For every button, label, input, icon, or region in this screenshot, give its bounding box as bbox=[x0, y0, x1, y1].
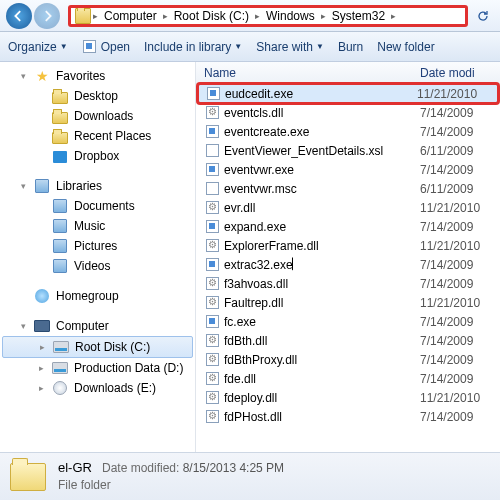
file-row[interactable]: expand.exe7/14/2009 bbox=[196, 217, 500, 236]
new-folder-button[interactable]: New folder bbox=[377, 40, 434, 54]
tree-homegroup[interactable]: Homegroup bbox=[0, 286, 195, 306]
drive-icon bbox=[52, 360, 68, 376]
breadcrumb-segment[interactable]: Root Disk (C:) bbox=[170, 8, 253, 24]
disc-icon bbox=[52, 380, 68, 396]
col-date[interactable]: Date modi bbox=[420, 66, 500, 80]
status-dm: 8/15/2013 4:25 PM bbox=[183, 461, 284, 475]
tree-item[interactable]: ▸Production Data (D:) bbox=[0, 358, 195, 378]
burn-button[interactable]: Burn bbox=[338, 40, 363, 54]
library-icon bbox=[52, 238, 68, 254]
tree-computer[interactable]: ▾Computer bbox=[0, 316, 195, 336]
tree-item-label: Downloads bbox=[74, 109, 133, 123]
file-date: 11/21/2010 bbox=[420, 296, 500, 310]
file-row[interactable]: extrac32.exe7/14/2009 bbox=[196, 255, 500, 274]
exe-icon bbox=[204, 124, 220, 140]
breadcrumb-segment[interactable]: Windows bbox=[262, 8, 319, 24]
file-row[interactable]: ExplorerFrame.dll11/21/2010 bbox=[196, 236, 500, 255]
organize-menu[interactable]: Organize ▼ bbox=[8, 40, 68, 54]
nav-tree: ▾★Favorites DesktopDownloadsRecent Place… bbox=[0, 62, 196, 452]
folder-icon bbox=[75, 8, 91, 24]
expand-icon[interactable]: ▸ bbox=[36, 383, 46, 393]
file-row[interactable]: fdeploy.dll11/21/2010 bbox=[196, 388, 500, 407]
homegroup-icon bbox=[34, 288, 50, 304]
breadcrumb-segment[interactable]: Computer bbox=[100, 8, 161, 24]
file-row[interactable]: fc.exe7/14/2009 bbox=[196, 312, 500, 331]
file-name: fde.dll bbox=[224, 372, 420, 386]
computer-icon bbox=[34, 318, 50, 334]
file-date: 7/14/2009 bbox=[420, 106, 500, 120]
file-name: fdeploy.dll bbox=[224, 391, 420, 405]
tree-item[interactable]: Pictures bbox=[0, 236, 195, 256]
details-pane: el-GR Date modified: 8/15/2013 4:25 PM F… bbox=[0, 452, 500, 500]
file-name: fdPHost.dll bbox=[224, 410, 420, 424]
file-date: 7/14/2009 bbox=[420, 334, 500, 348]
file-date: 7/14/2009 bbox=[420, 220, 500, 234]
tree-item[interactable]: Recent Places bbox=[0, 126, 195, 146]
dropbox-icon bbox=[52, 148, 68, 164]
chevron-down-icon: ▼ bbox=[316, 42, 324, 51]
file-date: 6/11/2009 bbox=[420, 182, 500, 196]
tree-item[interactable]: ▸Root Disk (C:) bbox=[2, 336, 193, 358]
library-icon bbox=[52, 218, 68, 234]
exe-icon bbox=[204, 219, 220, 235]
expand-icon[interactable]: ▸ bbox=[37, 342, 47, 352]
back-button[interactable] bbox=[6, 3, 32, 29]
file-row[interactable]: eudcedit.exe11/21/2010 bbox=[198, 84, 498, 103]
file-date: 7/14/2009 bbox=[420, 372, 500, 386]
dll-icon bbox=[204, 333, 220, 349]
tree-item[interactable]: Desktop bbox=[0, 86, 195, 106]
file-date: 7/14/2009 bbox=[420, 410, 500, 424]
file-date: 6/11/2009 bbox=[420, 144, 500, 158]
file-row[interactable]: eventvwr.msc6/11/2009 bbox=[196, 179, 500, 198]
dll-icon bbox=[204, 238, 220, 254]
library-icon bbox=[52, 198, 68, 214]
col-name[interactable]: Name bbox=[196, 66, 420, 80]
refresh-button[interactable] bbox=[472, 5, 494, 27]
tree-item[interactable]: Downloads bbox=[0, 106, 195, 126]
expand-icon[interactable]: ▸ bbox=[36, 363, 46, 373]
file-row[interactable]: fde.dll7/14/2009 bbox=[196, 369, 500, 388]
share-menu[interactable]: Share with ▼ bbox=[256, 40, 324, 54]
exe-icon bbox=[205, 86, 221, 102]
chevron-right-icon: ▸ bbox=[255, 11, 260, 21]
tree-libraries[interactable]: ▾Libraries bbox=[0, 176, 195, 196]
tree-item[interactable]: Documents bbox=[0, 196, 195, 216]
tree-item[interactable]: Videos bbox=[0, 256, 195, 276]
tree-item-label: Pictures bbox=[74, 239, 117, 253]
breadcrumb[interactable]: ▸Computer▸Root Disk (C:)▸Windows▸System3… bbox=[68, 5, 468, 27]
dll-icon bbox=[204, 390, 220, 406]
drive-icon bbox=[53, 339, 69, 355]
file-row[interactable]: fdBthProxy.dll7/14/2009 bbox=[196, 350, 500, 369]
tree-item[interactable]: ▸Downloads (E:) bbox=[0, 378, 195, 398]
file-date: 11/21/2010 bbox=[417, 87, 497, 101]
tree-favorites[interactable]: ▾★Favorites bbox=[0, 66, 195, 86]
breadcrumb-segment[interactable]: System32 bbox=[328, 8, 389, 24]
file-row[interactable]: evr.dll11/21/2010 bbox=[196, 198, 500, 217]
address-bar: ▸Computer▸Root Disk (C:)▸Windows▸System3… bbox=[0, 0, 500, 32]
column-headers[interactable]: Name Date modi bbox=[196, 62, 500, 84]
file-date: 7/14/2009 bbox=[420, 315, 500, 329]
file-row[interactable]: f3ahvoas.dll7/14/2009 bbox=[196, 274, 500, 293]
arrow-right-icon bbox=[41, 10, 53, 22]
file-date: 11/21/2010 bbox=[420, 391, 500, 405]
file-row[interactable]: eventcls.dll7/14/2009 bbox=[196, 103, 500, 122]
file-date: 7/14/2009 bbox=[420, 277, 500, 291]
forward-button[interactable] bbox=[34, 3, 60, 29]
tree-item[interactable]: Dropbox bbox=[0, 146, 195, 166]
include-library-menu[interactable]: Include in library ▼ bbox=[144, 40, 242, 54]
file-row[interactable]: EventViewer_EventDetails.xsl6/11/2009 bbox=[196, 141, 500, 160]
open-button[interactable]: Open bbox=[82, 39, 130, 55]
file-name: extrac32.exe bbox=[224, 258, 420, 272]
tree-item-label: Downloads (E:) bbox=[74, 381, 156, 395]
file-row[interactable]: eventvwr.exe7/14/2009 bbox=[196, 160, 500, 179]
file-row[interactable]: eventcreate.exe7/14/2009 bbox=[196, 122, 500, 141]
file-row[interactable]: Faultrep.dll11/21/2010 bbox=[196, 293, 500, 312]
file-name: eudcedit.exe bbox=[225, 87, 417, 101]
file-row[interactable]: fdPHost.dll7/14/2009 bbox=[196, 407, 500, 426]
chevron-right-icon: ▸ bbox=[163, 11, 168, 21]
file-date: 11/21/2010 bbox=[420, 201, 500, 215]
file-row[interactable]: fdBth.dll7/14/2009 bbox=[196, 331, 500, 350]
libraries-icon bbox=[34, 178, 50, 194]
file-date: 7/14/2009 bbox=[420, 125, 500, 139]
tree-item[interactable]: Music bbox=[0, 216, 195, 236]
